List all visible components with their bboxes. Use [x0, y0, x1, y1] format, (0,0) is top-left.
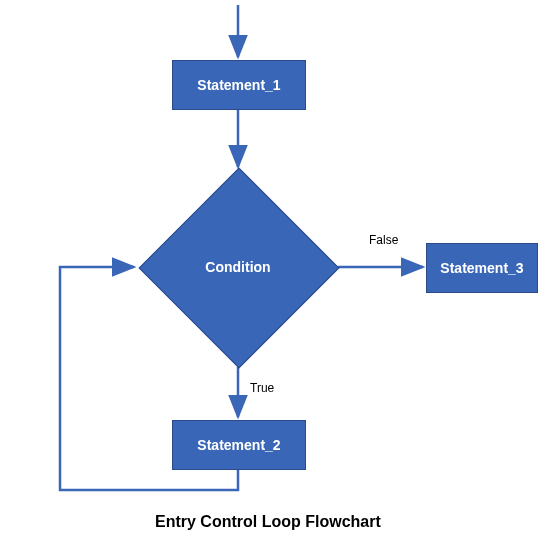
node-statement-1: Statement_1: [172, 60, 306, 110]
flowchart-title: Entry Control Loop Flowchart: [155, 513, 381, 531]
edge-label-false: False: [369, 233, 398, 247]
node-statement-1-label: Statement_1: [197, 77, 280, 93]
node-statement-2-label: Statement_2: [197, 437, 280, 453]
node-statement-2: Statement_2: [172, 420, 306, 470]
node-statement-3: Statement_3: [426, 243, 538, 293]
node-statement-3-label: Statement_3: [440, 260, 523, 276]
edge-label-true: True: [250, 381, 274, 395]
node-condition: [139, 168, 340, 369]
